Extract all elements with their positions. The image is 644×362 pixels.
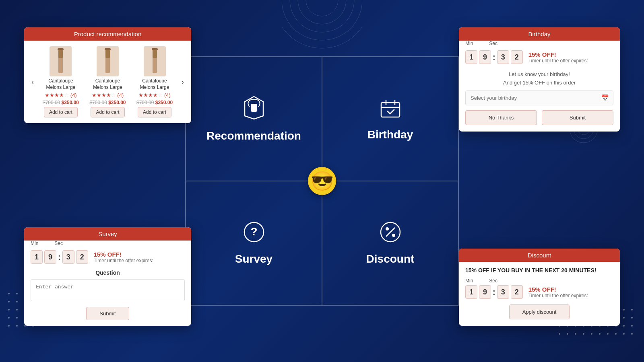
birthday-card: Birthday Min Sec 1 9 : 3 2 15% OFF! Time… xyxy=(459,27,620,132)
discount-min-label: Min xyxy=(465,278,473,284)
survey-label: Survey xyxy=(235,253,272,265)
products-row: ‹ CantaloupeMelons Large ★★★★☆ (4) $700.… xyxy=(30,46,186,117)
recommendation-card-body: ‹ CantaloupeMelons Large ★★★★☆ (4) $700.… xyxy=(24,41,191,123)
birthday-timer-row: 1 9 : 3 2 15% OFF! Timer until the offer… xyxy=(459,46,620,66)
birthday-msg-line1: Let us know your birthday! xyxy=(509,71,570,77)
survey-icon: ? xyxy=(243,221,265,248)
product-image-2 xyxy=(97,46,119,76)
birthday-min-label: Min xyxy=(465,41,473,46)
product-item-1: CantaloupeMelons Large ★★★★☆ (4) $700.00… xyxy=(39,46,83,117)
birthday-msg-line2: And get 15% OFF on this order xyxy=(503,80,576,86)
survey-timer-labels: Min Sec xyxy=(24,241,191,246)
quadrant-discount[interactable]: Discount xyxy=(322,181,458,305)
discount-offer-subtext: Timer until the offer expires: xyxy=(528,293,588,298)
survey-offer-subtext: Timer until the offer expires: xyxy=(94,258,153,263)
product-image-1 xyxy=(50,46,72,76)
survey-card: Survey Min Sec 1 9 : 3 2 15% OFF! Timer … xyxy=(24,227,191,326)
birthday-label: Birthday xyxy=(367,128,413,141)
timer-digit-2: 9 xyxy=(479,50,491,64)
prev-arrow[interactable]: ‹ xyxy=(30,76,36,88)
quadrant-birthday[interactable]: Birthday xyxy=(322,57,458,181)
discount-sec-label: Sec xyxy=(489,278,497,284)
center-emoji: 😎 xyxy=(308,167,336,195)
survey-offer-text: 15% OFF! xyxy=(94,251,153,258)
old-price-1: $700.00 xyxy=(43,100,60,105)
discount-digit-4: 2 xyxy=(511,285,523,299)
svg-point-0 xyxy=(306,0,338,16)
apply-discount-button[interactable]: Apply discount xyxy=(509,304,570,319)
discount-timer-section: 1 9 : 3 2 15% OFF! Timer until the offer… xyxy=(459,284,620,304)
product-prices-1: $700.00 $350.00 xyxy=(43,100,79,105)
birthday-input-row: 📅 xyxy=(465,90,613,105)
new-price-1: $350.00 xyxy=(62,100,79,105)
discount-card-header: Discount xyxy=(459,249,620,262)
calendar-icon: 📅 xyxy=(597,91,613,105)
discount-offer-text: 15% OFF! xyxy=(528,286,588,293)
product-item-3: CantaloupeMelons Large ★★★★☆ (4) $700.00… xyxy=(133,46,177,117)
next-arrow[interactable]: › xyxy=(180,76,186,88)
survey-question-label: Question xyxy=(24,266,191,278)
recommendation-label: Recommendation xyxy=(206,130,301,142)
product-name-2: CantaloupeMelons Large xyxy=(93,78,122,90)
svg-point-3 xyxy=(282,0,362,40)
birthday-input[interactable] xyxy=(466,92,597,104)
svg-rect-9 xyxy=(381,103,400,117)
survey-timer-row: 1 9 : 3 2 15% OFF! Timer until the offer… xyxy=(24,246,191,266)
recommendation-card-header: Product recommendation xyxy=(24,27,191,41)
discount-apply-row: Apply discount xyxy=(459,304,620,326)
survey-digit-1: 1 xyxy=(31,250,43,264)
product-image-3 xyxy=(144,46,166,76)
svg-rect-27 xyxy=(153,50,157,58)
product-name-1: CantaloupeMelons Large xyxy=(46,78,76,90)
timer-colon-discount: : xyxy=(493,288,495,297)
survey-answer-input[interactable] xyxy=(31,279,185,301)
survey-min-label: Min xyxy=(31,241,38,246)
birthday-sec-label: Sec xyxy=(489,41,497,46)
timer-digit-1: 1 xyxy=(465,50,477,64)
svg-point-18 xyxy=(392,234,395,237)
discount-headline: 15% OFF IF YOU BUY IN THE NEXT 20 MINUTE… xyxy=(459,262,620,278)
product-name-3: CantaloupeMelons Large xyxy=(140,78,169,90)
quadrant-survey[interactable]: ? Survey xyxy=(186,181,322,305)
survey-digit-2: 9 xyxy=(44,250,56,264)
birthday-actions: No Thanks Submit xyxy=(459,110,620,132)
birthday-timer-digits: 1 9 : 3 2 xyxy=(465,50,523,64)
survey-submit-button[interactable]: Submit xyxy=(86,307,129,320)
survey-submit-row: Submit xyxy=(24,303,191,326)
birthday-message: Let us know your birthday! And get 15% O… xyxy=(459,66,620,90)
birthday-offer-subtext: Timer until the offer expires: xyxy=(528,58,588,64)
add-to-cart-btn-3[interactable]: Add to cart xyxy=(138,107,171,117)
svg-rect-8 xyxy=(251,104,257,112)
birthday-submit-button[interactable]: Submit xyxy=(542,110,613,125)
add-to-cart-btn-2[interactable]: Add to cart xyxy=(91,107,124,117)
new-price-2: $350.00 xyxy=(108,100,126,105)
add-to-cart-btn-1[interactable]: Add to cart xyxy=(44,107,78,117)
survey-offer-info: 15% OFF! Timer until the offer expires: xyxy=(94,251,153,263)
svg-point-17 xyxy=(386,227,389,230)
recommendation-card: Product recommendation ‹ CantaloupeMelon… xyxy=(24,27,191,123)
old-price-2: $700.00 xyxy=(89,100,107,105)
birthday-card-header: Birthday xyxy=(459,27,620,41)
svg-text:?: ? xyxy=(250,225,257,238)
new-price-3: $350.00 xyxy=(155,100,173,105)
discount-digit-3: 3 xyxy=(497,285,509,299)
timer-colon-survey: : xyxy=(58,253,61,262)
no-thanks-button[interactable]: No Thanks xyxy=(465,110,537,125)
survey-card-header: Survey xyxy=(24,227,191,241)
product-prices-3: $700.00 $350.00 xyxy=(136,100,173,105)
timer-digit-3: 3 xyxy=(497,50,509,64)
discount-label: Discount xyxy=(366,253,415,265)
discount-digit-2: 9 xyxy=(479,285,491,299)
product-stars-2: ★★★★☆ (4) xyxy=(92,92,124,98)
discount-timer-digits: 1 9 : 3 2 xyxy=(465,285,523,299)
discount-timer-labels: Min Sec xyxy=(459,278,620,284)
discount-offer-info: 15% OFF! Timer until the offer expires: xyxy=(528,286,588,298)
old-price-3: $700.00 xyxy=(136,100,154,105)
birthday-offer-text: 15% OFF! xyxy=(528,51,588,58)
quadrant-recommendation[interactable]: Recommendation xyxy=(186,57,322,181)
timer-digit-4: 2 xyxy=(511,50,523,64)
svg-rect-21 xyxy=(58,50,63,58)
discount-icon xyxy=(380,221,401,248)
product-stars-3: ★★★★☆ (4) xyxy=(138,92,171,98)
birthday-offer-info: 15% OFF! Timer until the offer expires: xyxy=(528,51,588,64)
